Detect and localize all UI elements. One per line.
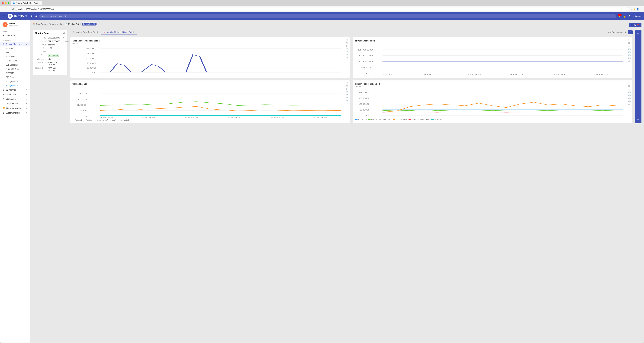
breadcrumb-dashboard[interactable]: DashBoard [36, 23, 46, 25]
expand-icon[interactable]: ⛶ [346, 39, 348, 41]
tab-historical[interactable]: 📈 Monitor Historical Chart Detail [100, 30, 136, 35]
tab-close-icon[interactable]: ✕ [39, 2, 40, 4]
extension-icon[interactable]: ⚡ [633, 8, 636, 10]
svg-text:200: 200 [359, 103, 370, 105]
history-icon-3[interactable]: 🕒 [346, 54, 348, 56]
tab-realtime[interactable]: ▤ Monitor Real-Time Detail [70, 30, 100, 35]
info-row-status: Status Available [35, 54, 65, 57]
refresh-button[interactable]: ↺ [12, 7, 14, 11]
settings-icon[interactable]: ⚙ [628, 15, 630, 18]
sidebar-item-mid-monitor[interactable]: ⊟ Mid Monitor ▼ [0, 97, 30, 101]
sidebar-item-dashboard[interactable]: ⊞ DashBoard [0, 33, 30, 38]
sidebar-item-service-monitor[interactable]: ⊞ Service Monitor ▲ [0, 42, 30, 46]
sidebar-subitem-ssl[interactable]: SSL Certificate [0, 63, 30, 67]
download-image-icon-3[interactable]: 🖼 [346, 85, 348, 87]
history-icon-3d[interactable]: 🕓 [346, 100, 348, 102]
sidebar-subitem-ping[interactable]: PING CONNECT [0, 67, 30, 71]
monitor-settings-icon[interactable]: ⚙ [63, 32, 65, 34]
breadcrumb-monitor-list[interactable]: Monitor List [52, 23, 62, 25]
download-image-icon-2[interactable]: 🖼 [628, 42, 631, 44]
download-icon-3[interactable]: ⬇ [346, 88, 348, 90]
expand-icon-3[interactable]: ⛶ [346, 82, 348, 84]
download-image-icon-4[interactable]: 🖼 [628, 85, 631, 87]
bookmark-icon[interactable]: ☆ [630, 8, 632, 10]
sidebar-item-custom-monitor[interactable]: ⊕ Custom Monitor ▼ [0, 110, 30, 115]
sidebar-subitem-ftp[interactable]: FTP Server [0, 75, 30, 79]
help-button[interactable]: Help ❓ [629, 23, 642, 27]
history-icon-2b[interactable]: 🕑 [628, 51, 631, 53]
profile-icon[interactable]: 👤 [636, 8, 639, 10]
refresh-chart-icon-3[interactable]: ↺ [346, 103, 348, 105]
legend-terminated: 'terminated' [117, 119, 129, 121]
more-icon[interactable]: ⋮ [640, 8, 642, 10]
history-icon-4b[interactable]: 🕑 [628, 94, 631, 96]
download-image-icon[interactable]: 🖼 [346, 42, 348, 44]
search-input[interactable] [39, 14, 616, 18]
sidebar-item-os-monitor[interactable]: ⊟ OS Monitor ▼ [0, 92, 30, 97]
sidebar-subitem-website[interactable]: WEBSITE [0, 71, 30, 75]
back-button[interactable]: ← [2, 7, 6, 11]
refresh-chart-icon-2[interactable]: ↺ [628, 60, 631, 62]
download-icon-2[interactable]: ⬇ [628, 45, 631, 47]
svg-text:10:11: 10:11 [382, 116, 396, 117]
svg-text:10:16: 10:16 [313, 117, 327, 118]
id-label: ID [35, 37, 48, 39]
sidebar-item-db-monitor[interactable]: ⊟ DB Monitor ▼ [0, 88, 30, 92]
history-icon-4c[interactable]: 🕒 [628, 97, 631, 99]
legend-codeheap: 'CodeHeap \"non-nmethods\"' [368, 118, 392, 120]
expand-icon-4[interactable]: ⛶ [628, 82, 631, 84]
refresh-chart-icon[interactable]: ↺ [346, 60, 348, 62]
svg-text:10:13: 10:13 [184, 73, 198, 74]
close-button[interactable] [2, 2, 4, 4]
history-icon-4[interactable]: 🕓 [346, 57, 348, 59]
sidebar-item-network-monitor[interactable]: 📶 Network Monitor ▼ [0, 106, 30, 110]
new-tab-button[interactable]: + [43, 2, 45, 4]
history-icon-2d[interactable]: 🕓 [628, 57, 631, 59]
history-icon-3a[interactable]: 🕐 [346, 91, 348, 93]
right-panel: ⚙ ✏ [635, 30, 642, 123]
right-panel-settings-icon[interactable]: ⚙ [636, 31, 640, 36]
history-icon-2c[interactable]: 🕒 [628, 54, 631, 56]
right-panel-pencil-icon[interactable]: ✏ [637, 117, 640, 121]
history-icon-4d[interactable]: 🕓 [628, 100, 631, 102]
sidebar-subitem-site-map[interactable]: SITE MAP [0, 55, 30, 59]
address-bar[interactable] [16, 7, 629, 11]
sidebar-item-cloud-native[interactable]: ☁ Cloud Native ▼ [0, 101, 30, 106]
github-icon[interactable]: ⊕ [30, 15, 32, 18]
history-icon-1[interactable]: 🕐 [346, 48, 348, 50]
history-icon-4a[interactable]: 🕐 [628, 91, 631, 93]
sidebar-subitem-http-api[interactable]: HTTP API [0, 46, 30, 50]
gitee-icon[interactable]: ◉ [35, 15, 37, 18]
svg-text:10:14: 10:14 [510, 74, 524, 75]
browser-tab[interactable]: 🔷 Monitor Detail - HertzBeat ✕ [11, 1, 42, 5]
chart-response-time-title: available.responseTime [72, 39, 348, 42]
sidebar-subitem-springboot3[interactable]: SpringBoot3.0 [0, 79, 30, 83]
maximize-button[interactable] [8, 2, 10, 4]
sidebar-subitem-springboot2[interactable]: SpringBoot2.0 [0, 83, 30, 88]
auto-refresh-button[interactable]: ↺ [628, 30, 632, 34]
history-icon-2a[interactable]: 🕐 [628, 48, 631, 50]
download-icon[interactable]: ⬇ [346, 45, 348, 47]
chart-memory: memory_used.mem_used Unit MB ⛶ 🖼 ⬇ 🕐 🕑 🕒 [352, 80, 632, 123]
svg-text:0: 0 [92, 72, 95, 74]
chart-env-port-title: environment.port [355, 39, 630, 42]
history-icon-3c[interactable]: 🕒 [346, 97, 348, 99]
main-section-label: Main [0, 29, 30, 33]
history-icon-3b[interactable]: 🕑 [346, 94, 348, 96]
expand-icon-2[interactable]: ⛶ [628, 39, 631, 41]
sidebar-subitem-port-telnet[interactable]: PORT TELNET [0, 59, 30, 63]
lock-icon[interactable]: 🔒 [623, 15, 626, 18]
traffic-lights [2, 2, 10, 4]
download-icon-4[interactable]: ⬇ [628, 88, 631, 90]
minimize-button[interactable] [5, 2, 7, 4]
history-icon-2[interactable]: 🕑 [346, 51, 348, 53]
logout-button[interactable]: ↪ Logout [633, 15, 642, 17]
breadcrumb-sep2: / [63, 23, 64, 25]
notification-button[interactable]: 🔔 99+ [618, 15, 621, 17]
forward-button[interactable]: → [7, 7, 10, 11]
auto-refresh-control: Auto Refresh After 16 s ↺ [608, 30, 632, 34]
menu-icon[interactable]: ☰ [2, 14, 5, 18]
legend-metaspace: 'Metaspace' [431, 118, 443, 120]
sidebar-subitem-jvm[interactable]: JVM [0, 50, 30, 55]
refresh-chart-icon-4[interactable]: ↺ [628, 103, 631, 105]
